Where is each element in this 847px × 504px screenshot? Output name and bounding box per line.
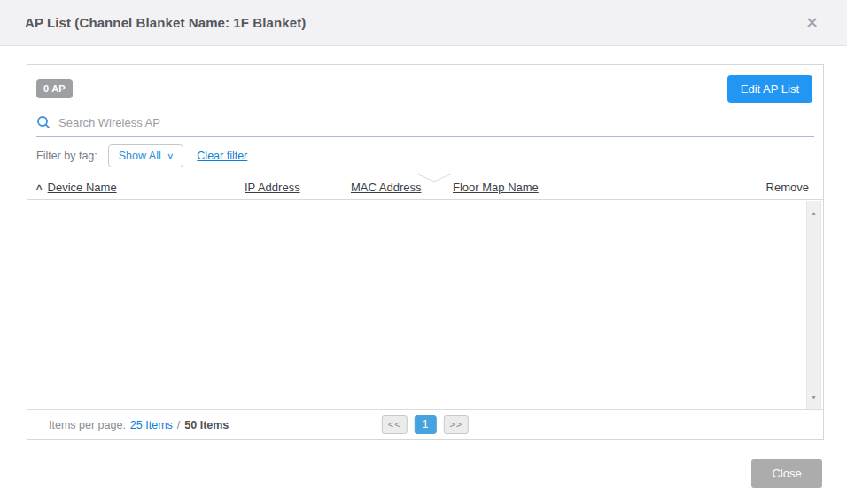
scroll-down-icon[interactable]: ▼ (807, 394, 820, 400)
column-header-floor-map-name[interactable]: Floor Map Name (453, 181, 539, 194)
items-per-page-label: Items per page: (49, 419, 126, 431)
scroll-up-icon[interactable]: ▲ (807, 210, 820, 216)
panel-toolbar: 0 AP Edit AP List (27, 65, 823, 112)
filter-bar: Filter by tag: Show All ∨ Clear filter (27, 137, 823, 174)
items-per-page-link[interactable]: 25 Items (130, 419, 173, 431)
close-icon[interactable]: ✕ (802, 12, 822, 35)
items-separator: / (177, 419, 180, 431)
table-header-row: ∧ Device Name IP Address MAC Address Flo… (27, 174, 823, 200)
scrollbar[interactable]: ▲ ▼ (806, 201, 821, 409)
sort-asc-icon: ∧ (35, 182, 43, 191)
ap-list-dialog: AP List (Channel Blanket Name: 1F Blanke… (0, 0, 847, 504)
ap-count-badge: 0 AP (36, 79, 73, 98)
edit-ap-list-button[interactable]: Edit AP List (727, 75, 812, 103)
column-header-mac-address[interactable]: MAC Address (351, 181, 421, 194)
pagination-page-1-button[interactable]: 1 (415, 415, 437, 434)
clear-filter-link[interactable]: Clear filter (197, 150, 247, 162)
search-bar (36, 112, 814, 137)
column-header-remove: Remove (766, 181, 809, 194)
pagination-next-button[interactable]: >> (443, 415, 469, 434)
column-header-device-name[interactable]: Device Name (48, 181, 117, 194)
divider-notch-icon (417, 174, 451, 182)
pagination-prev-button[interactable]: << (382, 415, 408, 434)
search-icon (36, 115, 51, 129)
table-footer: Items per page: 25 Items / 50 Items << 1… (27, 409, 823, 439)
tag-filter-value: Show All (119, 150, 161, 162)
dialog-header: AP List (Channel Blanket Name: 1F Blanke… (0, 0, 847, 46)
ap-list-panel: 0 AP Edit AP List Filter by tag: Show Al… (27, 64, 824, 440)
column-header-ip-address[interactable]: IP Address (245, 181, 300, 194)
search-input[interactable] (58, 116, 814, 129)
close-button[interactable]: Close (751, 459, 822, 488)
table-body-empty: ▲ ▼ (27, 200, 823, 409)
tag-filter-dropdown[interactable]: Show All ∨ (108, 144, 184, 167)
filter-by-tag-label: Filter by tag: (36, 150, 97, 162)
total-items-label: 50 Items (184, 419, 229, 431)
pagination: << 1 >> (382, 415, 469, 434)
chevron-down-icon: ∨ (167, 151, 175, 160)
page-title: AP List (Channel Blanket Name: 1F Blanke… (25, 15, 306, 30)
